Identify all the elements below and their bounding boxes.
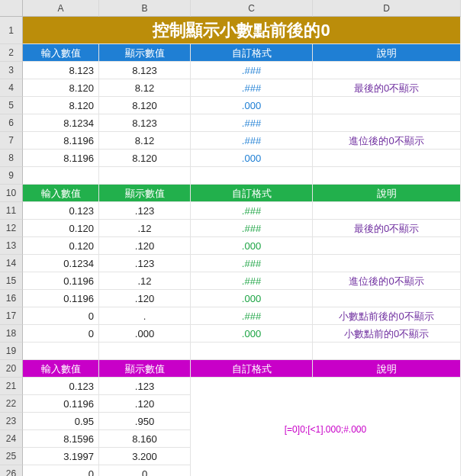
cell[interactable]: .12	[99, 220, 191, 237]
cell[interactable]: .###	[191, 62, 313, 79]
cell[interactable]	[313, 97, 461, 114]
col-header[interactable]: B	[99, 0, 191, 17]
row-header[interactable]: 7	[0, 132, 23, 150]
cell[interactable]: 8.123	[23, 62, 99, 79]
cell[interactable]: 8.1196	[23, 150, 99, 167]
cell[interactable]: .###	[191, 79, 313, 97]
cell[interactable]: .000	[99, 325, 191, 343]
cell[interactable]: 最後的0不顯示	[313, 79, 461, 97]
row-header[interactable]: 10	[0, 185, 23, 202]
cell[interactable]	[23, 167, 99, 185]
row-header[interactable]: 14	[0, 255, 23, 272]
cell[interactable]: .120	[99, 237, 191, 255]
cell[interactable]	[313, 202, 461, 220]
row-header[interactable]: 6	[0, 114, 23, 132]
cell[interactable]: 進位後的0不顯示	[313, 132, 461, 150]
cell[interactable]: 3.1997	[23, 448, 99, 465]
col-header[interactable]: D	[313, 0, 461, 17]
cell[interactable]: .12	[99, 272, 191, 290]
cell[interactable]: 0	[23, 307, 99, 325]
cell[interactable]: 小數點前後的0不顯示	[313, 307, 461, 325]
cell[interactable]: 8.123	[99, 114, 191, 132]
cell[interactable]: .123	[99, 202, 191, 220]
cell[interactable]: 0.120	[23, 220, 99, 237]
cell[interactable]: .###	[191, 255, 313, 272]
cell[interactable]: 8.12	[99, 79, 191, 97]
cell[interactable]	[191, 167, 313, 185]
row-header[interactable]: 16	[0, 290, 23, 307]
cell[interactable]	[313, 255, 461, 272]
cell[interactable]: 0	[99, 465, 191, 476]
section-header[interactable]: 自訂格式	[191, 44, 313, 62]
row-header[interactable]: 13	[0, 237, 23, 255]
cell[interactable]: .120	[99, 290, 191, 307]
cell[interactable]: 0	[23, 325, 99, 343]
row-header[interactable]: 20	[0, 360, 23, 378]
cell[interactable]: 8.1596	[23, 430, 99, 448]
section-header[interactable]: 說明	[313, 185, 461, 202]
cell[interactable]	[313, 167, 461, 185]
cell[interactable]: .950	[99, 413, 191, 430]
row-header[interactable]: 17	[0, 307, 23, 325]
cell[interactable]: .###	[191, 272, 313, 290]
row-header[interactable]: 26	[0, 465, 23, 476]
cell[interactable]: .	[99, 307, 191, 325]
cell[interactable]: 0.1196	[23, 395, 99, 413]
col-header[interactable]: C	[191, 0, 313, 17]
section-header[interactable]: 說明	[313, 360, 461, 378]
cell[interactable]: .123	[99, 378, 191, 395]
cell[interactable]: .###	[191, 220, 313, 237]
row-header[interactable]: 8	[0, 150, 23, 167]
row-header[interactable]: 11	[0, 202, 23, 220]
cell[interactable]: .###	[191, 132, 313, 150]
section-header[interactable]: 說明	[313, 44, 461, 62]
row-header[interactable]: 15	[0, 272, 23, 290]
cell[interactable]: .###	[191, 114, 313, 132]
row-header[interactable]: 22	[0, 395, 23, 413]
cell[interactable]	[313, 343, 461, 360]
cell[interactable]: .000	[191, 325, 313, 343]
cell[interactable]: .120	[99, 395, 191, 413]
cell[interactable]	[313, 150, 461, 167]
row-header[interactable]: 21	[0, 378, 23, 395]
cell[interactable]: .###	[191, 307, 313, 325]
cell[interactable]: 0.1196	[23, 290, 99, 307]
section-header[interactable]: 輸入數值	[23, 185, 99, 202]
cell[interactable]: 8.123	[99, 62, 191, 79]
cell[interactable]: 8.160	[99, 430, 191, 448]
cell[interactable]: 0	[23, 465, 99, 476]
cell[interactable]: 進位後的0不顯示	[313, 272, 461, 290]
section-header[interactable]: 顯示數值	[99, 44, 191, 62]
cell[interactable]: .123	[99, 255, 191, 272]
cell[interactable]: .000	[191, 97, 313, 114]
cell[interactable]: 8.120	[23, 79, 99, 97]
cell[interactable]	[313, 237, 461, 255]
col-header[interactable]: A	[23, 0, 99, 17]
cell[interactable]	[313, 114, 461, 132]
row-header[interactable]: 25	[0, 448, 23, 465]
select-all-corner[interactable]	[0, 0, 23, 17]
cell[interactable]: 0.95	[23, 413, 99, 430]
row-header[interactable]: 9	[0, 167, 23, 185]
row-header[interactable]: 19	[0, 343, 23, 360]
row-header[interactable]: 4	[0, 79, 23, 97]
merged-format-cell[interactable]: [=0]0;[<1].000;#.000	[191, 378, 461, 476]
row-header[interactable]: 2	[0, 44, 23, 62]
cell[interactable]: 8.1234	[23, 114, 99, 132]
cell[interactable]: 0.120	[23, 237, 99, 255]
cell[interactable]: 0.1234	[23, 255, 99, 272]
row-header[interactable]: 3	[0, 62, 23, 79]
cell[interactable]: 8.120	[99, 150, 191, 167]
row-header[interactable]: 5	[0, 97, 23, 114]
cell[interactable]: 8.12	[99, 132, 191, 150]
cell[interactable]: 0.1196	[23, 272, 99, 290]
cell[interactable]	[191, 343, 313, 360]
cell[interactable]	[99, 343, 191, 360]
cell[interactable]: .###	[191, 202, 313, 220]
section-header[interactable]: 輸入數值	[23, 44, 99, 62]
cell[interactable]	[99, 167, 191, 185]
cell[interactable]	[313, 62, 461, 79]
cell[interactable]: 3.200	[99, 448, 191, 465]
section-header[interactable]: 自訂格式	[191, 360, 313, 378]
cell[interactable]: 8.120	[99, 97, 191, 114]
